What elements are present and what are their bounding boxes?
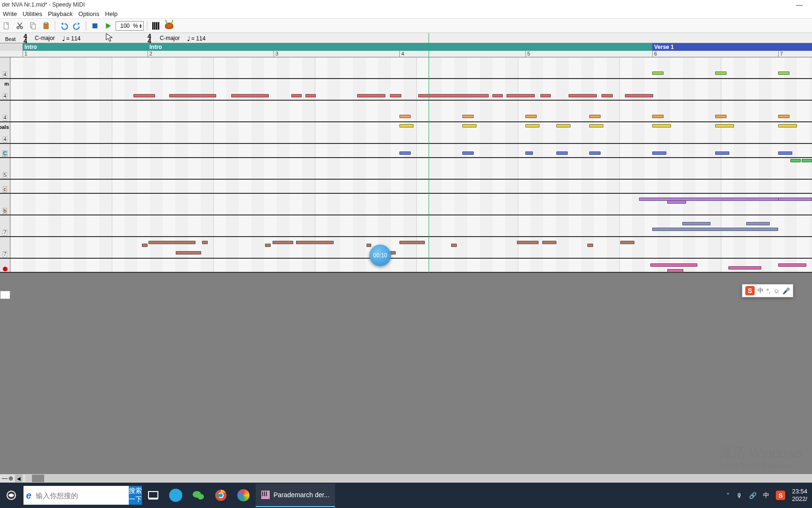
playhead[interactable] <box>429 33 429 273</box>
track-row[interactable]: 7 <box>0 215 812 237</box>
sogou-icon[interactable]: S <box>745 286 755 295</box>
midi-note[interactable] <box>589 151 601 155</box>
midi-note[interactable] <box>517 241 539 244</box>
midi-note[interactable] <box>778 151 792 155</box>
track-body[interactable] <box>10 215 812 236</box>
track-body[interactable] <box>10 237 812 258</box>
midi-note[interactable] <box>492 94 503 97</box>
horizontal-scrollbar[interactable]: — ⊕ ◀ <box>0 474 812 483</box>
track-body[interactable] <box>10 144 812 157</box>
tempo-marker[interactable]: ♩= 114 <box>62 35 80 42</box>
midi-note[interactable] <box>682 222 710 225</box>
bar-number[interactable]: 5 <box>525 51 530 57</box>
tray-sogou-icon[interactable]: S <box>776 491 785 500</box>
track-row[interactable]: b <box>0 194 812 215</box>
midi-note[interactable] <box>587 244 593 247</box>
track-row[interactable]: bals4 <box>0 122 812 144</box>
track-header[interactable]: 5 <box>0 158 10 179</box>
track-area[interactable]: 4m44bals4C5cb77 <box>0 57 812 273</box>
zoom-out-icon[interactable]: — <box>2 475 8 482</box>
tempo-marker[interactable]: ♩= 114 <box>187 35 205 42</box>
track-header[interactable]: 4 <box>0 57 10 78</box>
midi-note[interactable] <box>525 151 533 155</box>
midi-note[interactable] <box>778 71 789 75</box>
midi-note[interactable] <box>652 71 664 75</box>
midi-note[interactable] <box>746 222 770 225</box>
track-body[interactable] <box>10 79 812 100</box>
bar-number[interactable]: 7 <box>778 51 783 57</box>
zoom-input[interactable] <box>117 23 133 29</box>
system-tray[interactable]: ˄ 🎙 🔗 中 S 23:54 2022/ <box>726 488 812 503</box>
midi-note[interactable] <box>667 269 683 272</box>
track-row[interactable]: 7 <box>0 237 812 259</box>
midi-note[interactable] <box>265 244 271 247</box>
menu-playback[interactable]: Playback <box>48 10 73 17</box>
track-row[interactable]: 5 <box>0 158 812 180</box>
midi-note[interactable] <box>667 200 686 204</box>
scroll-left-arrow[interactable]: ◀ <box>15 475 23 482</box>
midi-note[interactable] <box>399 241 425 244</box>
midi-note[interactable] <box>231 94 269 97</box>
tray-lang[interactable]: 中 <box>763 491 769 500</box>
midi-note[interactable] <box>589 115 601 118</box>
paste-button[interactable] <box>40 20 52 32</box>
search-input[interactable] <box>32 487 129 504</box>
midi-note[interactable] <box>652 115 664 118</box>
midi-note[interactable] <box>542 241 556 244</box>
midi-note[interactable] <box>176 251 201 254</box>
menu-write[interactable]: Write <box>3 10 17 17</box>
ime-punct[interactable]: °, <box>766 287 771 294</box>
menu-utilities[interactable]: Utilities <box>23 10 42 17</box>
midi-note[interactable] <box>778 115 789 118</box>
midi-note[interactable] <box>525 124 539 127</box>
track-body[interactable] <box>10 194 812 214</box>
app-4[interactable] <box>232 483 255 508</box>
midi-note[interactable] <box>462 151 474 155</box>
midi-note[interactable] <box>390 94 401 97</box>
play-button[interactable] <box>102 20 114 32</box>
piano-button[interactable] <box>150 20 162 32</box>
tray-chevron-icon[interactable]: ˄ <box>726 492 730 499</box>
ime-emoji[interactable]: ☺ <box>773 287 780 294</box>
midi-note[interactable] <box>625 94 653 97</box>
track-header[interactable]: 4 <box>0 101 10 121</box>
midi-note[interactable] <box>399 115 411 118</box>
midi-note[interactable] <box>399 124 414 127</box>
bar-number[interactable]: 6 <box>652 51 657 57</box>
midi-note[interactable] <box>451 244 457 247</box>
midi-note[interactable] <box>778 124 797 127</box>
midi-note[interactable] <box>650 263 697 267</box>
app-1[interactable] <box>164 483 187 508</box>
bar-number[interactable]: 2 <box>148 51 152 57</box>
tray-mic-icon[interactable]: 🎙 <box>736 492 742 499</box>
track-header[interactable]: 7 <box>0 215 10 236</box>
midi-note[interactable] <box>169 94 216 97</box>
midi-note[interactable] <box>802 159 812 162</box>
zoom-controls[interactable]: — ⊕ <box>0 475 15 482</box>
bar-number[interactable]: 3 <box>273 51 278 57</box>
track-add-stub[interactable] <box>0 291 10 299</box>
midi-note[interactable] <box>601 94 613 97</box>
midi-note[interactable] <box>133 94 155 97</box>
scroll-track[interactable] <box>25 475 812 482</box>
zoom-spinner[interactable]: % ▲▼ <box>116 21 144 31</box>
midi-note[interactable] <box>540 94 551 97</box>
spinner-arrows[interactable]: ▲▼ <box>139 24 142 28</box>
midi-note[interactable] <box>790 159 801 162</box>
search-button[interactable]: 搜索一下 <box>129 486 142 505</box>
track-header[interactable]: c <box>0 180 10 193</box>
track-body[interactable] <box>10 57 812 78</box>
scroll-thumb[interactable] <box>32 475 44 482</box>
midi-note[interactable] <box>525 115 537 118</box>
record-indicator[interactable] <box>3 267 8 271</box>
midi-note[interactable] <box>357 94 385 97</box>
track-row[interactable]: C <box>0 144 812 158</box>
track-body[interactable] <box>10 158 812 179</box>
section-intro-2[interactable]: Intro <box>148 43 195 51</box>
cut-button[interactable] <box>14 20 25 32</box>
midi-note[interactable] <box>291 94 302 97</box>
track-row[interactable]: 4 <box>0 57 812 79</box>
midi-note[interactable] <box>142 244 148 247</box>
redo-button[interactable] <box>71 20 83 32</box>
midi-note[interactable] <box>367 244 371 247</box>
